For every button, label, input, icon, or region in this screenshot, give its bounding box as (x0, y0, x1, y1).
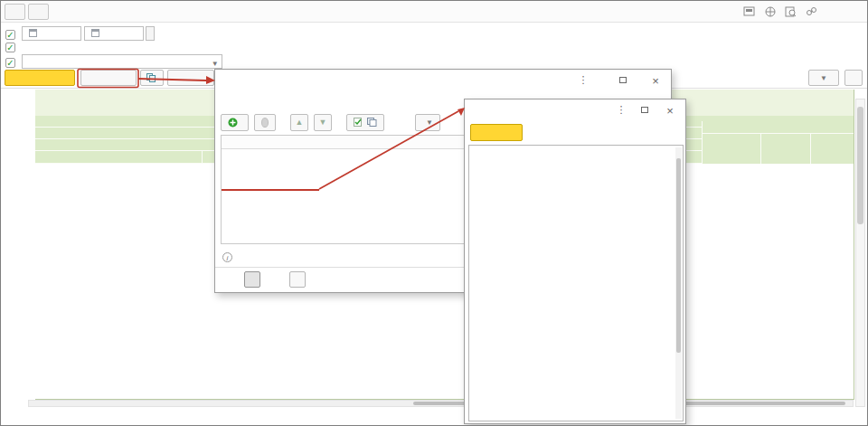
copy-icon (146, 73, 147, 82)
select-button[interactable] (470, 124, 523, 141)
table-right-border (854, 90, 854, 399)
menu-icon[interactable] (826, 5, 839, 18)
org-checkbox[interactable]: ✓ (5, 58, 15, 68)
menu-icon[interactable]: ⋮ (615, 104, 627, 116)
sums-checkbox[interactable]: ✓ (5, 43, 15, 52)
calendar-icon[interactable] (91, 29, 99, 37)
horizontal-scrollbar[interactable] (28, 400, 854, 407)
delete-filter-button[interactable] (254, 114, 276, 131)
display-icon[interactable] (742, 5, 756, 18)
vertical-scrollbar-thumb[interactable] (857, 107, 863, 224)
header-rate (202, 151, 205, 163)
header-transferred-tax (702, 121, 854, 134)
org-select[interactable]: ▼ (22, 54, 222, 69)
close-icon[interactable] (846, 5, 860, 18)
field-list-scrollbar-thumb[interactable] (676, 158, 681, 353)
header-before-excess (702, 134, 760, 164)
move-down-button[interactable]: ▼ (314, 114, 332, 131)
vertical-scrollbar[interactable] (855, 99, 865, 407)
generate-button[interactable] (5, 70, 75, 86)
find-button[interactable] (167, 70, 214, 86)
close-icon[interactable]: × (664, 104, 676, 118)
header-total (810, 134, 854, 164)
settings-button[interactable] (80, 70, 137, 86)
help-button[interactable] (844, 70, 863, 86)
maximize-icon[interactable] (617, 74, 629, 85)
period-more-button[interactable] (146, 26, 155, 41)
period-from-input[interactable] (22, 26, 81, 41)
copy-icon (367, 118, 377, 127)
menu-icon[interactable]: ⋮ (577, 74, 590, 86)
forward-button[interactable] (28, 4, 49, 20)
link-icon[interactable] (805, 5, 818, 18)
field-dialog-titlebar: ⋮ × (465, 99, 685, 120)
main-window: ✓ ✓ ✓ ▼ ▼ ▼ (0, 0, 868, 426)
filter-panel: ✓ ✓ ✓ ▼ (1, 24, 867, 67)
plus-circle-icon (228, 118, 238, 128)
field-list-scrollbar[interactable] (675, 147, 682, 419)
check-doc-icon (354, 118, 363, 127)
report-variants-button[interactable]: ▼ (140, 70, 164, 86)
view-simple-button[interactable] (244, 271, 260, 288)
find-icon[interactable] (784, 5, 797, 18)
move-up-button[interactable]: ▲ (290, 114, 308, 131)
view-advanced-button[interactable] (289, 271, 306, 288)
settings-dialog-titlebar: ⋮ × (215, 70, 671, 90)
field-chooser-dialog: ⋮ × (464, 99, 686, 424)
close-icon[interactable]: × (649, 74, 662, 88)
maximize-icon[interactable] (638, 104, 651, 115)
header-with-excess (760, 134, 810, 164)
disabled-circle-icon (261, 118, 269, 128)
field-list (468, 145, 684, 421)
period-to-input[interactable] (84, 26, 144, 41)
window-header (1, 1, 867, 23)
info-icon: i (222, 252, 232, 262)
settings-toolbar: ▲ ▼ ▼ (221, 113, 440, 131)
period-checkbox[interactable]: ✓ (5, 30, 15, 40)
show-button[interactable]: ▼ (415, 114, 440, 131)
check-copy-buttons[interactable] (346, 114, 384, 131)
back-button[interactable] (5, 4, 25, 20)
more-button[interactable]: ▼ (808, 70, 839, 86)
globe-icon[interactable] (763, 5, 777, 18)
add-filter-button[interactable] (221, 114, 249, 131)
calendar-icon[interactable] (29, 29, 37, 37)
